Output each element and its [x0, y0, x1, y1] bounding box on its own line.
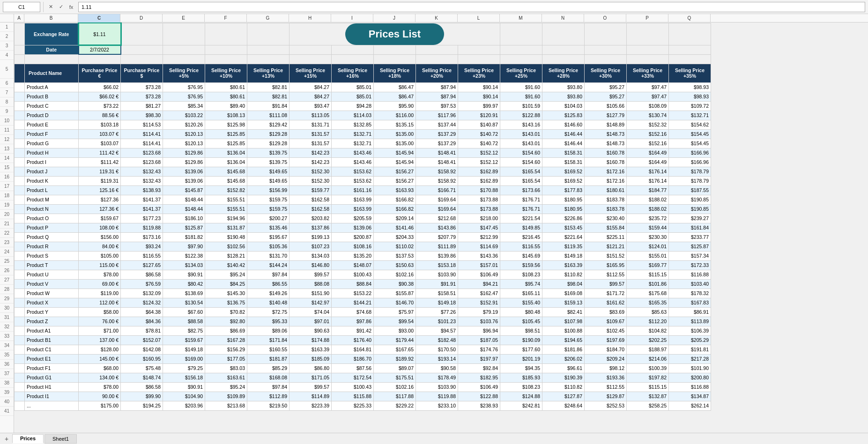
cell-value[interactable]: $149.26: [247, 289, 289, 298]
cell-value[interactable]: $188.02: [627, 204, 669, 214]
cell-product-name[interactable]: Product S: [25, 251, 79, 260]
cell-value[interactable]: $248.64: [542, 401, 585, 410]
cell-value[interactable]: $129.87: [585, 392, 627, 401]
cell-value[interactable]: $169.08: [542, 289, 585, 298]
row-num-9[interactable]: 9: [0, 107, 14, 116]
cell-value[interactable]: $176.71: [500, 204, 542, 214]
cell-value[interactable]: $93.80: [542, 82, 585, 92]
cell-value[interactable]: $143.01: [500, 129, 542, 139]
cell-value[interactable]: $111.42: [79, 157, 121, 167]
cell-value[interactable]: $171.72: [585, 289, 627, 298]
cell-value[interactable]: $102.56: [205, 242, 247, 251]
cell-value[interactable]: $163.39: [542, 260, 585, 270]
cell-value[interactable]: $100.39: [627, 363, 669, 373]
cell-product-name[interactable]: Product E1: [25, 354, 79, 363]
cell-value[interactable]: $180.95: [542, 195, 585, 204]
cell-value[interactable]: $114.03: [332, 111, 374, 120]
cell-value[interactable]: $153.18: [416, 260, 458, 270]
cell-value[interactable]: $142.97: [289, 298, 332, 307]
cell-value[interactable]: $152.16: [627, 139, 669, 148]
cell-value[interactable]: $109.72: [669, 101, 711, 111]
cell-value[interactable]: $152.12: [458, 148, 500, 157]
row-num-15[interactable]: 15: [0, 163, 14, 172]
cell-value[interactable]: $162.89: [458, 167, 500, 176]
row-num-37[interactable]: 37: [0, 369, 14, 378]
cell-value[interactable]: $138.69: [163, 289, 205, 298]
cell-value[interactable]: $119.35: [542, 242, 585, 251]
cell-value[interactable]: $242.81: [500, 401, 542, 410]
cell-value[interactable]: $134.03: [289, 251, 332, 260]
cell-value[interactable]: $108.16: [332, 242, 374, 251]
col-header-C[interactable]: C: [78, 14, 120, 22]
row-num-3[interactable]: 3: [0, 41, 14, 51]
cell-value[interactable]: $205.29: [669, 335, 711, 345]
cell-value[interactable]: 127.36 €: [79, 204, 121, 214]
cell-product-name[interactable]: Product B1: [25, 335, 79, 345]
cell-value[interactable]: $127.79: [585, 111, 627, 120]
cell-value[interactable]: $158.31: [542, 157, 585, 167]
cell-value[interactable]: $153.62: [332, 176, 374, 185]
cell-value[interactable]: $73.28: [121, 82, 163, 92]
cell-value[interactable]: $114.53: [121, 120, 163, 129]
cell-value[interactable]: $86.80: [289, 363, 332, 373]
cell-value[interactable]: $129.86: [163, 148, 205, 157]
cell-value[interactable]: $160.55: [247, 345, 289, 354]
cell-value[interactable]: $125.85: [205, 129, 247, 139]
cell-value[interactable]: 112.00 €: [79, 298, 121, 307]
cell-E1[interactable]: [163, 23, 205, 45]
cell-value[interactable]: $184.77: [627, 185, 669, 195]
cell-value[interactable]: $186.10: [163, 214, 205, 223]
cell-value[interactable]: $148.89: [585, 120, 627, 129]
cell-value[interactable]: $98.93: [669, 92, 711, 101]
row-num-39[interactable]: 39: [0, 388, 14, 397]
cell-value[interactable]: $103.07: [79, 139, 121, 148]
cell-product-name[interactable]: Product F1: [25, 363, 79, 373]
col-header-E[interactable]: E: [163, 14, 205, 22]
cell-value[interactable]: $129.28: [247, 129, 289, 139]
row-num-31[interactable]: 31: [0, 313, 14, 322]
cell-value[interactable]: $175.68: [627, 289, 669, 298]
cell-value[interactable]: $142.08: [121, 345, 163, 354]
cell-value[interactable]: $97.90: [163, 242, 205, 251]
row-num-19[interactable]: 19: [0, 200, 14, 210]
row-num-40[interactable]: 40: [0, 397, 14, 407]
cell-value[interactable]: $217.28: [669, 354, 711, 363]
cell-value[interactable]: $161.84: [669, 223, 711, 232]
cell-value[interactable]: $84.36: [121, 317, 163, 326]
cell-value[interactable]: $89.07: [374, 363, 416, 373]
cell-empty[interactable]: [15, 298, 25, 307]
cell-value[interactable]: $74.04: [289, 307, 332, 317]
cell-product-name[interactable]: Product U: [25, 270, 79, 279]
cell-value[interactable]: $125.98: [205, 120, 247, 129]
cell-value[interactable]: $181.86: [542, 345, 585, 354]
cell-value[interactable]: $140.42: [205, 260, 247, 270]
cell-value[interactable]: $158.92: [416, 167, 458, 176]
cell-value[interactable]: $97.86: [332, 317, 374, 326]
cell-value[interactable]: $115.15: [627, 270, 669, 279]
row-num-7[interactable]: 7: [0, 88, 14, 97]
cell-value[interactable]: $76.59: [121, 279, 163, 289]
cell-value[interactable]: $105.66: [585, 101, 627, 111]
cell-value[interactable]: $146.60: [542, 120, 585, 129]
cell-value[interactable]: $158.51: [416, 289, 458, 298]
cell-product-name[interactable]: Product C1: [25, 345, 79, 354]
cell-value[interactable]: $85.01: [332, 92, 374, 101]
cell-empty[interactable]: [15, 335, 25, 345]
cell-value[interactable]: $165.54: [500, 176, 542, 185]
cell-empty[interactable]: [15, 251, 25, 260]
cell-value[interactable]: $145.87: [163, 185, 205, 195]
cell-value[interactable]: $92.84: [458, 363, 500, 373]
cell-value[interactable]: $159.44: [627, 223, 669, 232]
cell-product-name[interactable]: Product X: [25, 298, 79, 307]
cell-value[interactable]: $124.88: [500, 392, 542, 401]
cell-value[interactable]: $103.90: [416, 270, 458, 279]
cell-value[interactable]: $219.50: [247, 401, 289, 410]
cell-value[interactable]: $81.27: [121, 101, 163, 111]
cell-empty[interactable]: [15, 401, 25, 410]
cell-value[interactable]: $188.97: [627, 345, 669, 354]
cell-value[interactable]: $156.18: [163, 373, 205, 382]
row-num-8[interactable]: 8: [0, 97, 14, 107]
row-num-14[interactable]: 14: [0, 154, 14, 163]
cell-value[interactable]: $114.41: [121, 139, 163, 148]
cell-empty[interactable]: [15, 363, 25, 373]
